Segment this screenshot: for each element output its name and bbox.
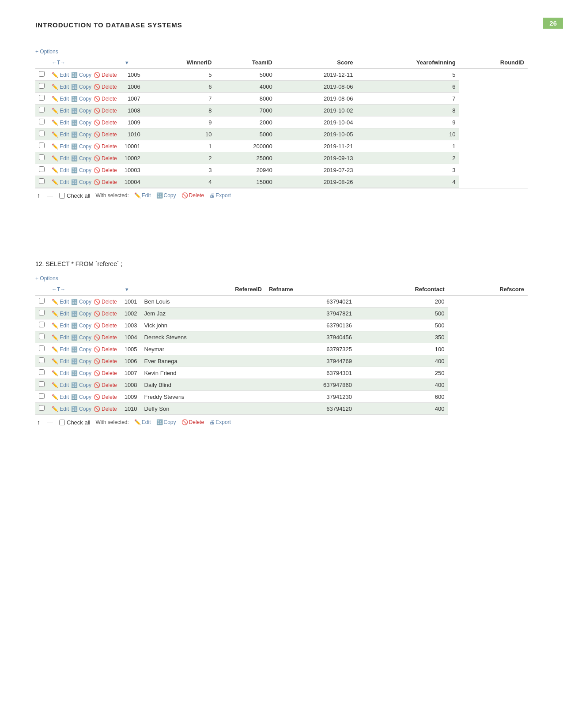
copy-btn[interactable]: 🔣 Copy [71, 370, 91, 376]
options-link-2[interactable]: + Options [35, 275, 528, 281]
copy-btn[interactable]: 🔣 Copy [71, 394, 91, 400]
copy-btn[interactable]: 🔣 Copy [71, 131, 91, 138]
row-checkbox[interactable] [39, 131, 45, 136]
delete-btn[interactable]: 🚫 Delete [94, 108, 117, 114]
sort-icon-2[interactable]: ▼ [125, 287, 129, 292]
edit-btn[interactable]: ✏️ Edit [52, 96, 69, 102]
delete-btn[interactable]: 🚫 Delete [94, 370, 117, 376]
footer-delete-btn[interactable]: 🚫 Delete [181, 192, 204, 199]
row-checkbox[interactable] [39, 357, 45, 363]
edit-btn[interactable]: ✏️ Edit [52, 394, 69, 400]
copy-btn[interactable]: 🔣 Copy [71, 346, 91, 353]
footer-delete-btn-2[interactable]: 🚫 Delete [181, 419, 204, 425]
delete-btn[interactable]: 🚫 Delete [94, 346, 117, 353]
row-checkbox[interactable] [39, 107, 45, 113]
footer-edit-btn-2[interactable]: ✏️ Edit [134, 419, 151, 425]
row-checkbox-cell [35, 176, 48, 188]
edit-btn[interactable]: ✏️ Edit [52, 84, 69, 90]
copy-btn[interactable]: 🔣 Copy [71, 143, 91, 150]
edit-btn[interactable]: ✏️ Edit [52, 406, 69, 412]
edit-btn[interactable]: ✏️ Edit [52, 299, 69, 305]
edit-btn[interactable]: ✏️ Edit [52, 108, 69, 114]
delete-btn[interactable]: 🚫 Delete [94, 299, 117, 305]
edit-btn[interactable]: ✏️ Edit [52, 179, 69, 185]
delete-btn[interactable]: 🚫 Delete [94, 131, 117, 138]
row-checkbox[interactable] [39, 154, 45, 160]
edit-btn[interactable]: ✏️ Edit [52, 120, 69, 126]
row-checkbox[interactable] [39, 369, 45, 375]
row-checkbox[interactable] [39, 310, 45, 315]
cell-refscore: 500 [355, 308, 448, 319]
delete-btn[interactable]: 🚫 Delete [94, 358, 117, 364]
copy-btn[interactable]: 🔣 Copy [71, 334, 91, 341]
delete-btn[interactable]: 🚫 Delete [94, 334, 117, 341]
copy-btn[interactable]: 🔣 Copy [71, 155, 91, 161]
delete-btn[interactable]: 🚫 Delete [94, 394, 117, 400]
check-all-checkbox[interactable] [59, 193, 65, 199]
delete-btn[interactable]: 🚫 Delete [94, 179, 117, 185]
edit-btn[interactable]: ✏️ Edit [52, 72, 69, 78]
row-checkbox[interactable] [39, 143, 45, 148]
copy-btn[interactable]: 🔣 Copy [71, 382, 91, 388]
copy-btn[interactable]: 🔣 Copy [71, 299, 91, 305]
edit-btn[interactable]: ✏️ Edit [52, 131, 69, 138]
footer-export-btn[interactable]: 🖨 Export [209, 192, 231, 199]
delete-btn[interactable]: 🚫 Delete [94, 84, 117, 90]
table-row: ✏️ Edit 🔣 Copy 🚫 Delete 1006 6 4000 2019… [35, 81, 528, 93]
copy-btn[interactable]: 🔣 Copy [71, 406, 91, 412]
delete-btn[interactable]: 🚫 Delete [94, 382, 117, 388]
footer-edit-btn[interactable]: ✏️ Edit [134, 192, 151, 199]
delete-btn[interactable]: 🚫 Delete [94, 323, 117, 329]
delete-btn[interactable]: 🚫 Delete [94, 72, 117, 78]
footer-copy-btn[interactable]: 🔣 Copy [156, 192, 176, 199]
copy-btn[interactable]: 🔣 Copy [71, 120, 91, 126]
copy-btn[interactable]: 🔣 Copy [71, 167, 91, 173]
row-checkbox[interactable] [39, 322, 45, 327]
copy-btn[interactable]: 🔣 Copy [71, 311, 91, 317]
copy-btn[interactable]: 🔣 Copy [71, 96, 91, 102]
row-checkbox[interactable] [39, 178, 45, 184]
row-checkbox[interactable] [39, 95, 45, 101]
edit-btn[interactable]: ✏️ Edit [52, 311, 69, 317]
delete-btn[interactable]: 🚫 Delete [94, 155, 117, 161]
delete-btn[interactable]: 🚫 Delete [94, 143, 117, 150]
edit-btn[interactable]: ✏️ Edit [52, 323, 69, 329]
row-checkbox[interactable] [39, 166, 45, 172]
row-checkbox[interactable] [39, 119, 45, 124]
nav-arrows[interactable]: ←T→ [52, 60, 65, 66]
row-actions: ✏️ Edit 🔣 Copy 🚫 Delete [48, 81, 121, 93]
row-checkbox[interactable] [39, 83, 45, 89]
copy-btn[interactable]: 🔣 Copy [71, 179, 91, 185]
row-checkbox[interactable] [39, 71, 45, 77]
edit-btn[interactable]: ✏️ Edit [52, 382, 69, 388]
row-checkbox[interactable] [39, 334, 45, 339]
delete-btn[interactable]: 🚫 Delete [94, 120, 117, 126]
check-all-checkbox-2[interactable] [59, 420, 65, 425]
delete-btn[interactable]: 🚫 Delete [94, 167, 117, 173]
copy-btn[interactable]: 🔣 Copy [71, 108, 91, 114]
row-checkbox[interactable] [39, 393, 45, 399]
row-checkbox[interactable] [39, 345, 45, 351]
edit-btn[interactable]: ✏️ Edit [52, 370, 69, 376]
copy-btn[interactable]: 🔣 Copy [71, 358, 91, 364]
edit-btn[interactable]: ✏️ Edit [52, 358, 69, 364]
row-checkbox[interactable] [39, 381, 45, 387]
delete-btn[interactable]: 🚫 Delete [94, 311, 117, 317]
edit-btn[interactable]: ✏️ Edit [52, 167, 69, 173]
options-link-1[interactable]: + Options [35, 49, 528, 55]
footer-copy-btn-2[interactable]: 🔣 Copy [156, 419, 176, 425]
footer-export-btn-2[interactable]: 🖨 Export [209, 419, 231, 425]
nav-arrows-2[interactable]: ←T→ [52, 286, 65, 293]
copy-btn[interactable]: 🔣 Copy [71, 84, 91, 90]
copy-btn[interactable]: 🔣 Copy [71, 72, 91, 78]
row-checkbox[interactable] [39, 405, 45, 411]
sort-icon[interactable]: ▼ [125, 60, 129, 65]
edit-btn[interactable]: ✏️ Edit [52, 155, 69, 161]
delete-btn[interactable]: 🚫 Delete [94, 406, 117, 412]
copy-btn[interactable]: 🔣 Copy [71, 323, 91, 329]
delete-btn[interactable]: 🚫 Delete [94, 96, 117, 102]
edit-btn[interactable]: ✏️ Edit [52, 143, 69, 150]
edit-btn[interactable]: ✏️ Edit [52, 334, 69, 341]
row-checkbox[interactable] [39, 298, 45, 304]
edit-btn[interactable]: ✏️ Edit [52, 346, 69, 353]
